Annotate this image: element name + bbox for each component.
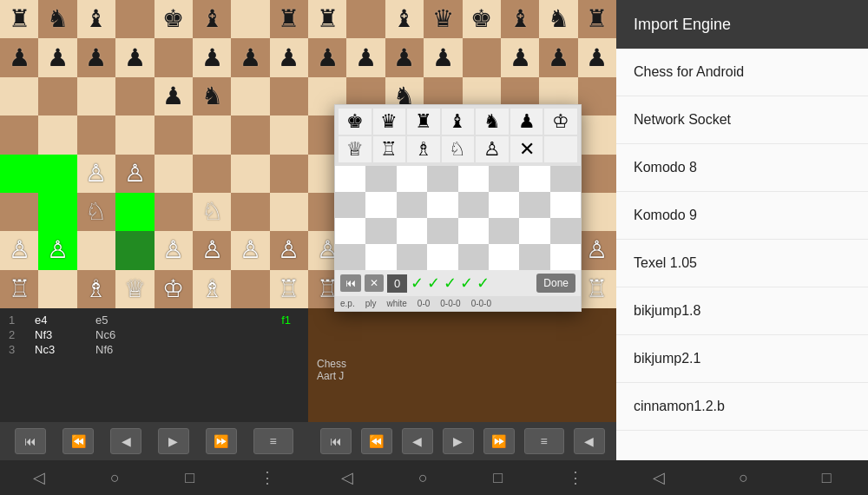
board-cell[interactable]: ♝	[385, 0, 424, 38]
back-icon-menu[interactable]: ◁	[653, 468, 665, 487]
board-cell[interactable]	[0, 116, 38, 154]
board-cell[interactable]: ♙	[270, 231, 308, 269]
board-cell[interactable]: ♟	[38, 38, 76, 76]
board-cell[interactable]: ♟	[424, 38, 462, 76]
board-cell[interactable]: ♟	[385, 38, 424, 76]
dialog-piece-option[interactable]: ✕	[510, 136, 543, 162]
board-cell[interactable]: ♙	[155, 231, 193, 269]
board-cell[interactable]	[38, 193, 76, 231]
board-cell[interactable]	[463, 38, 501, 76]
board-cell[interactable]	[270, 116, 308, 154]
dialog-piece-option[interactable]: ♚	[339, 109, 372, 135]
menu-item-5[interactable]: bikjump1.8	[616, 287, 868, 335]
board-cell[interactable]	[0, 77, 38, 116]
board-cell[interactable]: ♔	[155, 270, 193, 308]
next-fast-btn-right[interactable]: ⏩	[483, 428, 515, 454]
board-cell[interactable]	[115, 116, 154, 154]
board-cell[interactable]: ♟	[270, 38, 308, 76]
dialog-piece-option[interactable]: ♛	[373, 109, 406, 135]
board-cell[interactable]: ♟	[539, 38, 577, 76]
board-cell[interactable]: ♖	[270, 270, 308, 308]
board-cell[interactable]: ♜	[270, 0, 308, 38]
board-cell[interactable]: ♘	[77, 193, 115, 231]
board-cell[interactable]	[578, 77, 616, 116]
dialog-piece-option[interactable]: ♟	[510, 109, 543, 135]
board-cell[interactable]	[77, 231, 115, 269]
board-cell[interactable]	[231, 116, 269, 154]
board-cell[interactable]	[38, 116, 76, 154]
board-cell[interactable]	[38, 270, 76, 308]
menu-btn-left[interactable]: ≡	[253, 428, 293, 454]
board-cell[interactable]: ♚	[155, 0, 193, 38]
menu-item-0[interactable]: Chess for Android	[616, 49, 868, 96]
dialog-piece-option[interactable]: ♘	[442, 136, 475, 162]
board-cell[interactable]: ♙	[0, 231, 38, 269]
home-icon-left[interactable]: ○	[110, 469, 120, 487]
board-cell[interactable]	[0, 155, 38, 193]
board-cell[interactable]: ♙	[193, 231, 231, 269]
board-cell[interactable]: ♗	[193, 270, 231, 308]
dialog-piece-option[interactable]: ♝	[442, 109, 475, 135]
prev-btn-left[interactable]: ◀	[110, 428, 141, 454]
board-cell[interactable]: ♙	[77, 155, 115, 193]
board-cell[interactable]	[231, 270, 269, 308]
dialog-piece-option[interactable]: ♞	[476, 109, 509, 135]
menu-item-2[interactable]: Komodo 8	[616, 144, 868, 192]
board-cell[interactable]: ♕	[115, 270, 154, 308]
board-cell[interactable]: ♟	[578, 38, 616, 76]
board-cell[interactable]: ♟	[77, 38, 115, 76]
menu-item-6[interactable]: bikjump2.1	[616, 335, 868, 383]
board-cell[interactable]	[231, 77, 269, 116]
board-cell[interactable]: ♘	[193, 193, 231, 231]
menu-item-1[interactable]: Network Socket	[616, 96, 868, 144]
back-icon-left[interactable]: ◁	[33, 468, 45, 487]
board-cell[interactable]	[270, 155, 308, 193]
board-cell[interactable]	[231, 0, 269, 38]
board-cell[interactable]	[115, 193, 154, 231]
board-cell[interactable]: ♟	[155, 77, 193, 116]
board-cell[interactable]: ♖	[578, 270, 616, 308]
square-icon-right[interactable]: □	[493, 469, 503, 487]
dots-icon-right[interactable]: ⋮	[568, 468, 583, 487]
menu-btn-right[interactable]: ≡	[524, 428, 564, 454]
dots-icon-left[interactable]: ⋮	[260, 468, 275, 487]
board-cell[interactable]: ♜	[308, 0, 346, 38]
board-cell[interactable]	[270, 193, 308, 231]
dialog-piece-option[interactable]: ♙	[476, 136, 509, 162]
board-cell[interactable]: ♟	[501, 38, 539, 76]
back-icon-right[interactable]: ◁	[341, 468, 353, 487]
board-cell[interactable]: ♖	[0, 270, 38, 308]
board-cell[interactable]	[155, 193, 193, 231]
prev-fast-btn-right[interactable]: ⏪	[361, 428, 392, 454]
board-cell[interactable]: ♙	[578, 231, 616, 269]
next-fast-btn-left[interactable]: ⏩	[206, 428, 237, 454]
board-cell[interactable]	[0, 193, 38, 231]
board-cell[interactable]: ♞	[38, 0, 76, 38]
board-cell[interactable]	[115, 77, 154, 116]
board-cell[interactable]	[115, 0, 154, 38]
board-cell[interactable]	[578, 155, 616, 193]
board-cell[interactable]	[77, 116, 115, 154]
board-cell[interactable]: ♟	[346, 38, 385, 76]
board-cell[interactable]	[38, 155, 76, 193]
board-cell[interactable]	[193, 155, 231, 193]
board-cell[interactable]	[231, 155, 269, 193]
board-cell[interactable]: ♗	[77, 270, 115, 308]
board-cell[interactable]: ♟	[0, 38, 38, 76]
board-cell[interactable]	[155, 116, 193, 154]
first-btn-left[interactable]: ⏮	[15, 428, 46, 454]
back-btn-dialog[interactable]: ⏮	[340, 274, 361, 292]
back-btn-right[interactable]: ◀	[574, 428, 605, 454]
dialog-piece-option[interactable]	[544, 136, 577, 162]
board-cell[interactable]: ♝	[501, 0, 539, 38]
board-cell[interactable]: ♜	[0, 0, 38, 38]
board-cell[interactable]	[193, 116, 231, 154]
menu-item-3[interactable]: Komodo 9	[616, 192, 868, 240]
dialog-piece-option[interactable]: ♜	[407, 109, 440, 135]
square-icon-left[interactable]: □	[185, 469, 194, 487]
board-cell[interactable]	[578, 193, 616, 231]
board-cell[interactable]	[155, 155, 193, 193]
board-cell[interactable]: ♛	[424, 0, 462, 38]
dialog-piece-option[interactable]: ♗	[407, 136, 440, 162]
board-cell[interactable]: ♞	[539, 0, 577, 38]
